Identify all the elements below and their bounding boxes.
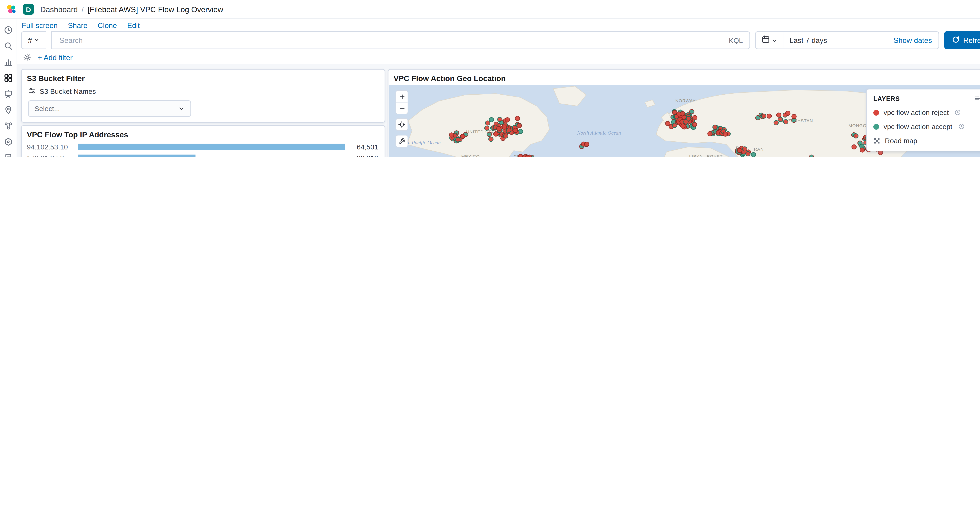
controls-icon bbox=[28, 87, 36, 96]
layers-title: LAYERS bbox=[873, 95, 900, 102]
query-bar: # KQL Last 7 days Show dates Refresh bbox=[21, 31, 980, 49]
ip-value: 64,501 bbox=[345, 143, 378, 151]
sidebar-item-recently-viewed[interactable] bbox=[2, 24, 15, 36]
layer-row[interactable]: Road map bbox=[873, 137, 980, 144]
svg-text:NORWAY: NORWAY bbox=[675, 98, 696, 103]
sidebar-item-maps[interactable] bbox=[2, 103, 15, 116]
map-tools-button[interactable] bbox=[396, 135, 408, 147]
road-map-icon bbox=[873, 137, 880, 144]
edit-button[interactable]: Edit bbox=[127, 22, 140, 29]
ip-label: 172.31.3.58 bbox=[27, 154, 78, 157]
dashboard-icon bbox=[4, 73, 13, 83]
chevron-down-icon bbox=[772, 35, 777, 46]
layers-panel: LAYERS vpc flow action rejectvpc flow ac… bbox=[866, 89, 980, 151]
elastic-logo[interactable] bbox=[6, 4, 16, 15]
breadcrumb-current: [Filebeat AWS] VPC Flow Log Overview bbox=[88, 5, 223, 14]
top-ip-bar-chart: 94.102.53.1064,501172.31.3.5828,319172.3… bbox=[27, 143, 378, 157]
filter-options-gear-icon[interactable] bbox=[23, 53, 31, 61]
clone-button[interactable]: Clone bbox=[98, 22, 117, 29]
layer-time-icon bbox=[955, 109, 961, 116]
nav-rail bbox=[0, 19, 17, 157]
breadcrumb: Dashboard / [Filebeat AWS] VPC Flow Log … bbox=[40, 5, 223, 14]
saved-query-menu-label: # bbox=[28, 36, 32, 45]
search-input-wrap: KQL bbox=[51, 31, 750, 49]
sidebar-item-visualize[interactable] bbox=[2, 56, 15, 68]
zoom-out-button[interactable] bbox=[396, 102, 408, 114]
logs-icon bbox=[4, 153, 13, 157]
ip-bar-row: 172.31.3.5828,319 bbox=[27, 153, 378, 157]
layer-label: Road map bbox=[885, 137, 917, 144]
sidebar-item-discover[interactable] bbox=[2, 40, 15, 52]
add-filter-button[interactable]: + Add filter bbox=[38, 53, 73, 61]
date-picker-calendar-button[interactable] bbox=[756, 32, 783, 49]
sidebar-item-machine-learning[interactable] bbox=[2, 119, 15, 132]
layer-color-dot bbox=[873, 110, 879, 115]
chevron-down-icon bbox=[178, 103, 185, 114]
full-screen-button[interactable]: Full screen bbox=[22, 22, 57, 29]
refresh-icon bbox=[952, 36, 959, 45]
layer-color-dot bbox=[873, 124, 879, 129]
time-range-label[interactable]: Last 7 days bbox=[783, 36, 887, 44]
layer-row[interactable]: vpc flow action reject bbox=[873, 108, 980, 116]
ip-label: 94.102.53.10 bbox=[27, 143, 78, 151]
svg-text:North Atlantic Ocean: North Atlantic Ocean bbox=[577, 130, 621, 136]
panel-title-geo: VPC Flow Action Geo Location bbox=[388, 70, 980, 86]
maps-icon bbox=[4, 105, 13, 114]
chevron-down-icon bbox=[34, 36, 40, 45]
select-placeholder: Select... bbox=[35, 105, 60, 113]
layer-row[interactable]: vpc flow action accept bbox=[873, 122, 980, 130]
discover-icon bbox=[4, 41, 13, 51]
zoom-in-button[interactable] bbox=[396, 91, 408, 102]
share-button[interactable]: Share bbox=[68, 22, 88, 29]
graph-icon bbox=[4, 137, 13, 146]
show-dates-button[interactable]: Show dates bbox=[887, 36, 938, 44]
visualize-icon bbox=[4, 57, 13, 67]
query-language-label[interactable]: KQL bbox=[729, 36, 743, 44]
calendar-icon bbox=[762, 35, 770, 46]
layer-time-icon bbox=[958, 123, 964, 130]
fit-to-data-button[interactable] bbox=[396, 119, 408, 130]
saved-query-menu-button[interactable]: # bbox=[21, 31, 46, 49]
canvas-icon bbox=[4, 89, 13, 98]
ip-bar-row: 94.102.53.1064,501 bbox=[27, 143, 378, 151]
breadcrumb-separator: / bbox=[81, 5, 84, 14]
refresh-button[interactable]: Refresh bbox=[944, 31, 980, 49]
world-map[interactable]: North Pacific OceanNorth Atlantic OceanA… bbox=[389, 85, 980, 157]
map-controls bbox=[396, 90, 408, 148]
recently-viewed-icon bbox=[4, 25, 13, 35]
kibana-app: D Dashboard / [Filebeat AWS] VPC Flow Lo… bbox=[0, 0, 980, 157]
header-bar: D Dashboard / [Filebeat AWS] VPC Flow Lo… bbox=[0, 0, 980, 19]
panel-s3-bucket-filter: S3 Bucket Filter S3 Bucket Names Select.… bbox=[21, 69, 385, 122]
dashboard-grid: S3 Bucket Filter S3 Bucket Names Select.… bbox=[17, 64, 980, 157]
sidebar-item-logs[interactable] bbox=[2, 151, 15, 157]
breadcrumb-dashboard[interactable]: Dashboard bbox=[40, 5, 78, 14]
panel-title-s3-filter: S3 Bucket Filter bbox=[22, 70, 385, 86]
date-picker: Last 7 days Show dates bbox=[755, 31, 939, 49]
panel-title-top-ips: VPC Flow Top IP Addresses bbox=[22, 126, 385, 142]
search-input[interactable] bbox=[58, 36, 724, 45]
layer-label: vpc flow action reject bbox=[884, 108, 949, 116]
dashboard-app-badge: D bbox=[23, 4, 34, 15]
svg-text:LIBYA: LIBYA bbox=[689, 154, 702, 157]
sidebar-item-graph[interactable] bbox=[2, 135, 15, 148]
s3-bucket-names-label: S3 Bucket Names bbox=[40, 87, 96, 95]
panel-top-ip-addresses: VPC Flow Top IP Addresses 94.102.53.1064… bbox=[21, 125, 385, 157]
layer-label: vpc flow action accept bbox=[884, 122, 952, 130]
layer-collapse-icon[interactable] bbox=[974, 95, 980, 102]
panel-geo-location: VPC Flow Action Geo Location North Pacif… bbox=[388, 69, 980, 157]
filter-bar: + Add filter bbox=[23, 53, 73, 61]
ip-value: 28,319 bbox=[345, 154, 378, 157]
dashboard-toolbar: Full screen Share Clone Edit bbox=[22, 22, 140, 29]
s3-bucket-select[interactable]: Select... bbox=[28, 100, 191, 117]
sidebar-item-dashboard[interactable] bbox=[2, 71, 15, 84]
svg-text:IRAN: IRAN bbox=[752, 147, 764, 152]
svg-text:MEXICO: MEXICO bbox=[461, 154, 480, 157]
sidebar-item-canvas[interactable] bbox=[2, 87, 15, 100]
ip-bar[interactable] bbox=[78, 144, 345, 150]
refresh-button-label: Refresh bbox=[963, 36, 980, 44]
ip-bar[interactable] bbox=[78, 154, 345, 157]
machine-learning-icon bbox=[4, 121, 13, 130]
svg-text:EGYPT: EGYPT bbox=[707, 154, 723, 157]
